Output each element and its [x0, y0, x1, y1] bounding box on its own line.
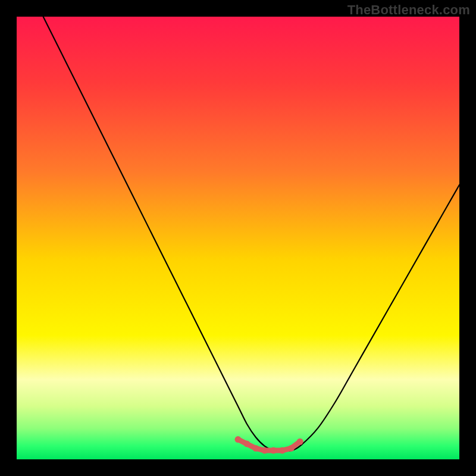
marker-dot — [252, 445, 259, 452]
marker-dot — [243, 440, 250, 447]
marker-dot — [297, 439, 303, 445]
chart-frame: TheBottleneck.com — [0, 0, 476, 476]
marker-dot — [270, 447, 277, 454]
gradient-background — [17, 17, 459, 459]
marker-dot — [261, 447, 268, 454]
marker-dot — [288, 445, 295, 452]
plot-area — [17, 17, 459, 459]
watermark-text: TheBottleneck.com — [347, 2, 470, 18]
marker-dot — [279, 447, 286, 454]
marker-dot — [235, 436, 242, 443]
chart-svg — [17, 17, 459, 459]
